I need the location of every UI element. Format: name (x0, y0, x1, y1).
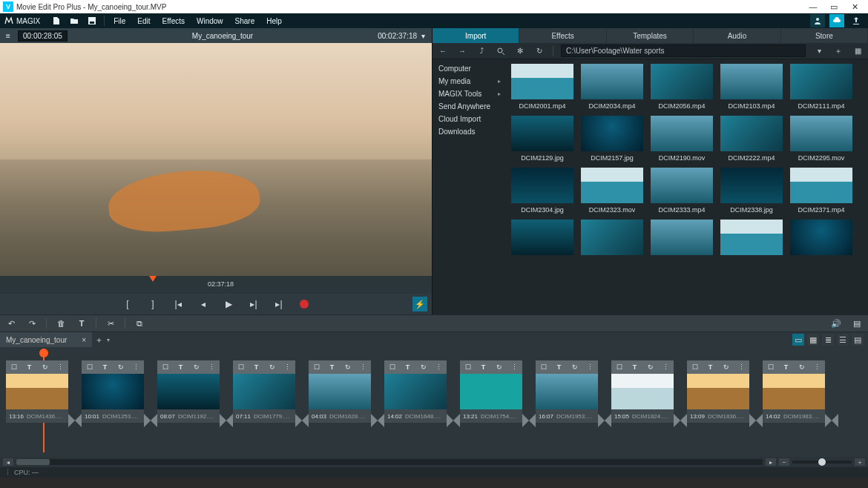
menu-effects[interactable]: Effects (160, 17, 188, 25)
pool-tab-import[interactable]: Import (433, 28, 519, 43)
preview-video[interactable] (0, 43, 432, 276)
mark-out-icon[interactable]: ] (146, 297, 160, 311)
media-thumb[interactable]: DCIM2371.mp4 (790, 168, 852, 214)
storyboard-clip[interactable]: ☐T↻⋮14:02DCIM1983.mov (763, 360, 825, 423)
close-tab-icon[interactable]: × (82, 336, 86, 344)
tab-more-icon[interactable]: ▾ (107, 337, 110, 343)
clip-menu-icon[interactable]: ⋮ (662, 363, 671, 372)
clip-title-icon[interactable]: T (404, 363, 412, 372)
step-back-icon[interactable]: ◂ (197, 297, 210, 311)
title-tool-icon[interactable]: T (75, 317, 88, 330)
clip-select-icon[interactable]: ☐ (388, 363, 397, 372)
up-folder-icon[interactable]: ⤴ (476, 45, 487, 57)
clip-menu-icon[interactable]: ⋮ (510, 363, 519, 372)
new-project-icon[interactable] (50, 15, 62, 27)
zoom-thumb[interactable] (818, 458, 826, 466)
media-thumb[interactable] (581, 220, 643, 255)
scroll-thumb[interactable] (16, 459, 50, 465)
transition-handle[interactable] (749, 414, 763, 427)
clip-title-icon[interactable]: T (177, 363, 185, 372)
timeline-view-multitrack-icon[interactable]: ☰ (837, 334, 849, 346)
clip-title-icon[interactable]: T (555, 363, 564, 372)
back-icon[interactable]: ← (437, 45, 449, 57)
transition-handle[interactable] (220, 414, 233, 427)
source-my-media[interactable]: My media▸ (433, 75, 507, 88)
clip-menu-icon[interactable]: ⋮ (586, 363, 595, 372)
view-mode-icon[interactable]: ▦ (852, 45, 864, 57)
source-send-anywhere[interactable]: Send Anywhere (433, 100, 507, 113)
media-thumb[interactable]: DCIM2295.mov (790, 116, 852, 162)
clip-select-icon[interactable]: ☐ (85, 363, 94, 372)
path-field[interactable]: C:\User\Footage\Water sports (561, 44, 806, 57)
view-options-icon[interactable]: ✻ (514, 45, 526, 57)
clip-rotate-icon[interactable]: ↻ (798, 363, 806, 372)
media-thumb[interactable]: DCIM2129.jpg (511, 116, 573, 162)
clip-select-icon[interactable]: ☐ (312, 363, 321, 372)
scroll-right-icon[interactable]: ▸ (766, 458, 776, 466)
storyboard-clip[interactable]: ☐T↻⋮13:16DCIM1436.mov (6, 360, 68, 423)
timeline-view-scene-icon[interactable]: ▦ (807, 334, 819, 346)
search-icon[interactable] (495, 45, 507, 57)
media-thumb[interactable]: DCIM2034.mp4 (581, 64, 643, 110)
clip-rotate-icon[interactable]: ↻ (192, 363, 201, 372)
media-thumb[interactable] (651, 220, 713, 255)
transition-handle[interactable] (674, 414, 687, 427)
status-menu-icon[interactable]: ⋮ (4, 469, 11, 476)
refresh-icon[interactable]: ↻ (533, 45, 545, 57)
storyboard-clip[interactable]: ☐T↻⋮15:05DCIM1824.mp4 (611, 360, 674, 423)
volume-icon[interactable]: 🔊 (829, 317, 843, 330)
clip-menu-icon[interactable]: ⋮ (359, 363, 368, 372)
scroll-track[interactable] (16, 459, 763, 465)
transition-handle[interactable] (295, 414, 309, 427)
mark-in-icon[interactable]: [ (121, 297, 134, 311)
clip-title-icon[interactable]: T (328, 363, 337, 372)
group-icon[interactable]: ⧉ (133, 317, 146, 330)
scroll-left-icon[interactable]: ◂ (3, 458, 13, 466)
menu-edit[interactable]: Edit (134, 17, 153, 25)
close-button[interactable]: ✕ (844, 2, 865, 12)
mixer-icon[interactable]: ▤ (850, 317, 864, 330)
undo-icon[interactable]: ↶ (4, 317, 18, 330)
maximize-button[interactable]: ▭ (823, 2, 844, 12)
media-thumb[interactable]: DCIM2333.mp4 (651, 168, 713, 214)
clip-rotate-icon[interactable]: ↻ (419, 363, 428, 372)
clip-select-icon[interactable]: ☐ (615, 363, 624, 372)
delete-icon[interactable]: 🗑 (54, 317, 68, 330)
open-folder-icon[interactable] (68, 15, 80, 27)
zoom-out-icon[interactable]: − (779, 458, 789, 466)
import-add-icon[interactable]: ＋ (832, 45, 844, 57)
timeline-view-overview-icon[interactable]: ▤ (852, 334, 864, 346)
clip-rotate-icon[interactable]: ↻ (722, 363, 731, 372)
clip-rotate-icon[interactable]: ↻ (268, 363, 277, 372)
record-icon[interactable] (297, 297, 311, 311)
media-thumb[interactable]: DCIM2001.mp4 (511, 64, 573, 110)
media-thumb[interactable]: DCIM2056.mp4 (651, 64, 713, 110)
storyboard-clip[interactable]: ☐T↻⋮13:21DCIM1754.mov (460, 360, 522, 423)
media-thumb[interactable]: DCIM2338.jpg (720, 168, 783, 214)
clip-rotate-icon[interactable]: ↻ (571, 363, 579, 372)
preview-start-timecode[interactable]: 00:00:28:05 (18, 30, 68, 42)
forward-icon[interactable]: → (456, 45, 468, 57)
storyboard-clip[interactable]: ☐T↻⋮04:03DCIM1628.mp4 (309, 360, 371, 423)
cut-tool-icon[interactable]: ✂ (104, 317, 117, 330)
storyboard-clip[interactable]: ☐T↻⋮10:01DCIM1253.mp4 (82, 360, 144, 423)
export-icon[interactable] (849, 14, 864, 27)
media-thumb[interactable]: DCIM2157.jpg (581, 116, 643, 162)
clip-menu-icon[interactable]: ⋮ (56, 363, 65, 372)
clip-title-icon[interactable]: T (252, 363, 261, 372)
clip-menu-icon[interactable]: ⋮ (208, 363, 217, 372)
clip-select-icon[interactable]: ☐ (691, 363, 700, 372)
quick-fix-icon[interactable]: ⚡ (412, 297, 427, 311)
project-tab[interactable]: My_canoeing_tour × (0, 332, 92, 347)
storyboard-clip[interactable]: ☐T↻⋮07:11DCIM1779.mov (233, 360, 295, 423)
media-thumb[interactable] (720, 220, 783, 255)
preview-size-toggle[interactable]: ▾ (421, 32, 429, 40)
clip-select-icon[interactable]: ☐ (464, 363, 473, 372)
pool-tab-effects[interactable]: Effects (519, 28, 606, 43)
clip-rotate-icon[interactable]: ↻ (646, 363, 655, 372)
preview-scrub-bar[interactable]: 02:37:18 (0, 276, 432, 294)
clip-title-icon[interactable]: T (479, 363, 488, 372)
storyboard-clip[interactable]: ☐T↻⋮16:07DCIM1953.mp4 (536, 360, 598, 423)
media-thumb[interactable]: DCIM2323.mov (581, 168, 643, 214)
zoom-in-icon[interactable]: ＋ (855, 458, 865, 466)
